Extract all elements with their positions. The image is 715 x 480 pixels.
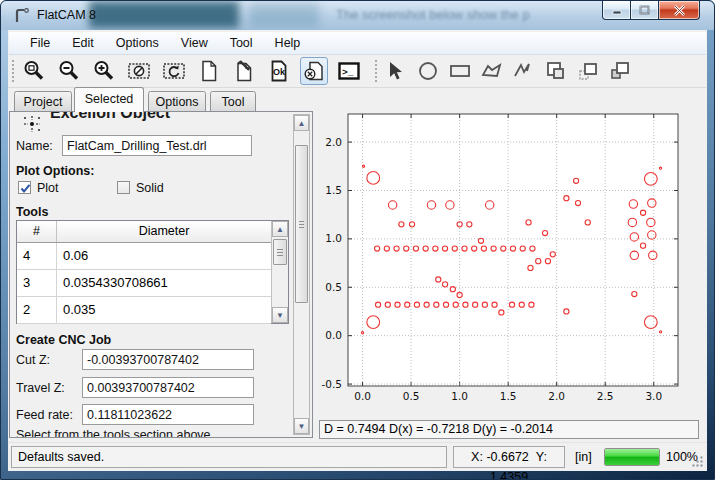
draw-rectangle-button[interactable] <box>447 57 473 85</box>
svg-text:1.5: 1.5 <box>325 184 342 196</box>
replot-button[interactable] <box>160 57 188 85</box>
scroll-down-arrow[interactable]: ▼ <box>294 418 309 434</box>
draw-polygon-button[interactable] <box>479 57 505 85</box>
col-number-header[interactable]: # <box>17 221 57 242</box>
duplicate-icon <box>608 59 632 83</box>
travel-z-input[interactable] <box>82 377 254 398</box>
menu-file[interactable]: File <box>19 36 61 50</box>
plot-checkbox-label[interactable]: Plot <box>37 181 59 195</box>
new-file-icon <box>197 59 221 83</box>
tools-label: Tools <box>16 205 48 219</box>
zoom-out-button[interactable] <box>55 57 83 85</box>
table-row[interactable]: 4 0.06 <box>17 243 271 270</box>
flatcam-window: The screenshot below show the p FlatCAM … <box>0 0 715 480</box>
svg-text:2.0: 2.0 <box>325 136 342 148</box>
name-input[interactable] <box>62 135 252 156</box>
menu-tool[interactable]: Tool <box>219 36 264 50</box>
panel-scrollbar[interactable]: ▲ ▼ <box>293 114 310 435</box>
drill-plot: 0.00.51.01.52.02.53.02.01.51.00.50.0-0.5 <box>316 91 704 416</box>
scroll-down-arrow[interactable]: ▼ <box>272 307 288 323</box>
panel-scroll-thumb[interactable] <box>295 145 308 303</box>
svg-text:1.0: 1.0 <box>325 232 342 244</box>
background-window-bleed <box>89 1 239 28</box>
toolbar: Ok >_ <box>8 55 706 88</box>
selected-panel: Excellon Object Name: Plot Options: Plot… <box>9 111 313 438</box>
menu-view[interactable]: View <box>170 36 219 50</box>
travel-z-label: Travel Z: <box>16 381 65 395</box>
svg-text:0.5: 0.5 <box>325 281 342 293</box>
excellon-object-icon <box>20 113 44 135</box>
plot-checkbox[interactable] <box>18 181 31 194</box>
menu-bar: File Edit Options View Tool Help <box>9 32 706 55</box>
table-scrollbar[interactable]: ▲ ▼ <box>271 221 288 323</box>
scroll-up-arrow[interactable]: ▲ <box>272 221 288 237</box>
window-title: FlatCAM 8 <box>37 1 96 30</box>
draw-circle-button[interactable] <box>415 57 441 85</box>
shell-icon: >_ <box>337 59 361 83</box>
feed-rate-label: Feed rate: <box>16 408 73 422</box>
svg-text:0.5: 0.5 <box>403 390 420 402</box>
svg-text:2.5: 2.5 <box>597 390 614 402</box>
svg-text:3.0: 3.0 <box>645 390 662 402</box>
scroll-up-arrow[interactable]: ▲ <box>294 115 309 131</box>
draw-polyline-button[interactable] <box>511 57 537 85</box>
svg-text:0.0: 0.0 <box>354 390 371 402</box>
cut-z-input[interactable] <box>82 349 254 370</box>
zoom-in-button[interactable] <box>90 57 118 85</box>
tools-table-header: # Diameter <box>17 221 288 243</box>
open-file-button[interactable] <box>230 57 258 85</box>
svg-text:2.0: 2.0 <box>548 390 565 402</box>
cursor-icon <box>384 59 408 83</box>
duplicate-object-button[interactable] <box>607 57 633 85</box>
tools-hint-text: Select from the tools section above <box>16 428 211 438</box>
zoom-fit-icon <box>22 59 46 83</box>
menu-options[interactable]: Options <box>105 36 170 50</box>
tab-options[interactable]: Options <box>148 91 206 112</box>
cut-z-label: Cut Z: <box>16 353 50 367</box>
copy-object-button[interactable] <box>543 57 569 85</box>
close-button[interactable] <box>658 1 700 20</box>
circle-tool-icon <box>416 59 440 83</box>
shell-button[interactable]: >_ <box>335 57 363 85</box>
move-object-button[interactable] <box>575 57 601 85</box>
maximize-button[interactable] <box>631 1 658 20</box>
delete-object-icon <box>302 59 326 83</box>
select-tool-button[interactable] <box>383 57 409 85</box>
toolbar-drag-handle[interactable] <box>11 59 16 83</box>
svg-text:1.0: 1.0 <box>451 390 468 402</box>
open-file-icon <box>232 59 256 83</box>
background-window-bleed <box>249 3 319 27</box>
table-scroll-thumb[interactable] <box>273 239 287 265</box>
solid-checkbox[interactable] <box>117 181 130 194</box>
clear-plot-icon <box>127 59 151 83</box>
table-row[interactable]: 2 0.035 <box>17 297 271 324</box>
svg-text:1.5: 1.5 <box>500 390 517 402</box>
toolbar-drag-handle[interactable] <box>374 59 379 83</box>
table-row[interactable]: 3 0.0354330708661 <box>17 270 271 297</box>
polyline-tool-icon <box>512 59 536 83</box>
clear-plot-button[interactable] <box>125 57 153 85</box>
new-file-button[interactable] <box>195 57 223 85</box>
minimize-button[interactable] <box>602 1 631 20</box>
measurement-readout: D = 0.7494 D(x) = -0.7218 D(y) = -0.2014 <box>319 420 699 439</box>
zoom-fit-button[interactable] <box>20 57 48 85</box>
mouse-coordinates: X: -0.6672 Y: 1.4359 <box>453 446 565 468</box>
tab-tool[interactable]: Tool <box>210 91 256 112</box>
minimize-icon <box>612 6 622 15</box>
tool-number: 4 <box>17 243 57 269</box>
plot-options-label: Plot Options: <box>16 164 94 178</box>
col-diameter-header[interactable]: Diameter <box>57 221 271 242</box>
check-icon <box>19 182 32 195</box>
delete-object-button[interactable] <box>300 57 328 85</box>
save-file-button[interactable]: Ok <box>265 57 293 85</box>
units-label: [in] <box>575 446 592 468</box>
tab-project[interactable]: Project <box>14 91 72 112</box>
menu-help[interactable]: Help <box>264 36 312 50</box>
menu-edit[interactable]: Edit <box>61 36 105 50</box>
solid-checkbox-label[interactable]: Solid <box>136 181 164 195</box>
plot-canvas[interactable]: 0.00.51.01.52.02.53.02.01.51.00.50.0-0.5 <box>316 91 704 416</box>
feed-rate-input[interactable] <box>82 404 254 425</box>
tab-selected[interactable]: Selected <box>74 87 144 112</box>
title-bar[interactable]: The screenshot below show the p FlatCAM … <box>1 1 714 30</box>
resize-grip-icon[interactable] <box>691 455 704 468</box>
